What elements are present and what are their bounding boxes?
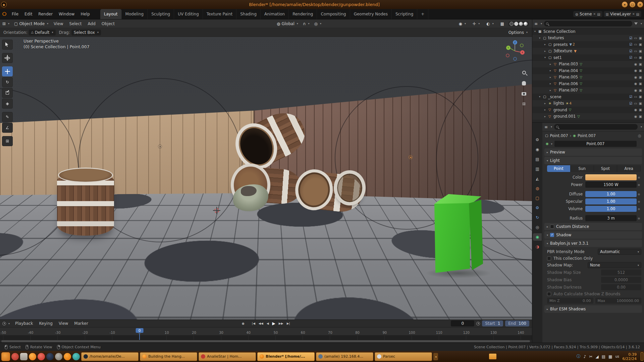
tool-button[interactable]: ◈: [2, 99, 13, 109]
workspace-tab[interactable]: Scripting: [392, 9, 417, 19]
gizmo-x-ball[interactable]: X: [520, 50, 525, 55]
properties-tab[interactable]: ▤: [533, 156, 542, 163]
tool-button[interactable]: [2, 53, 13, 63]
xray-toggle[interactable]: ▩: [498, 22, 506, 26]
visibility-dropdown[interactable]: ◉▾: [457, 22, 469, 26]
animate-dot[interactable]: ●: [637, 183, 641, 186]
camera-view-toggle[interactable]: [520, 90, 528, 98]
properties-tab[interactable]: ◑: [533, 243, 542, 250]
properties-search-input[interactable]: [554, 124, 638, 130]
scene-selector[interactable]: ◍ Scene ✕ ▤: [573, 11, 602, 17]
timeline-track[interactable]: [0, 336, 532, 340]
power-field[interactable]: 1500 W: [585, 182, 637, 188]
cut-tray-icon[interactable]: ✂: [589, 354, 592, 359]
blur-esm-section[interactable]: ▸Blur ESM Shadows: [544, 305, 642, 313]
outliner-row[interactable]: ▾ ▢ _scene ☑ ▭ ◉ ▣: [532, 94, 644, 100]
render-visibility-icon[interactable]: ▣: [639, 88, 642, 92]
shadow-section[interactable]: ▾ Shadow: [544, 231, 642, 239]
point-light-object[interactable]: [158, 144, 162, 148]
properties-tab[interactable]: ◭: [533, 175, 542, 182]
row-label[interactable]: 3dtexture: [553, 49, 572, 53]
launcher-icon[interactable]: [29, 353, 36, 360]
outliner-row[interactable]: ▸ ▢ 3dtexture ▼ ☑ ▭ ◉ ▣: [532, 48, 644, 55]
keyboard-layout-indicator[interactable]: us: [615, 355, 619, 358]
transport-button[interactable]: ◀◀: [257, 321, 265, 325]
workspace-tab[interactable]: Texture Paint: [203, 9, 236, 19]
launcher-icon[interactable]: [38, 353, 45, 360]
display-tray-icon[interactable]: ▤: [602, 354, 605, 359]
shade-button[interactable]: ▾: [622, 2, 628, 7]
playhead[interactable]: 0: [136, 328, 144, 333]
auto-keying-button[interactable]: ●: [240, 321, 246, 325]
preview-section[interactable]: ▸Preview: [544, 148, 642, 156]
transport-button[interactable]: ▶▶: [277, 321, 285, 325]
launcher-icon[interactable]: [64, 353, 71, 360]
tool-button[interactable]: ⊞: [2, 136, 13, 146]
checkbox-icon[interactable]: ☑: [629, 56, 632, 59]
breadcrumb-data[interactable]: Point.007: [578, 133, 596, 138]
timeline-menu-item[interactable]: Marker: [71, 321, 91, 326]
overlays-dropdown[interactable]: ◐▾: [484, 22, 496, 26]
viewlayer-remove-icon[interactable]: ✕: [632, 12, 635, 16]
menu-item[interactable]: File: [9, 12, 21, 16]
expand-caret[interactable]: ▸: [550, 76, 554, 79]
expand-caret[interactable]: ▸: [544, 50, 548, 53]
row-label[interactable]: presets: [553, 42, 568, 47]
folder-shortcut-icon[interactable]: [489, 354, 496, 359]
navigation-gizmo[interactable]: Z X Y: [504, 40, 526, 62]
network-tray-icon[interactable]: ▦: [608, 354, 612, 359]
options-dropdown[interactable]: Options ▾: [506, 30, 530, 35]
radius-field[interactable]: 3 m: [585, 215, 637, 221]
proportional-edit-toggle[interactable]: ◎▾: [312, 22, 324, 26]
tool-button[interactable]: [2, 40, 13, 50]
viewport-visibility-icon[interactable]: ▭: [634, 102, 637, 105]
workspace-tab[interactable]: Sculpting: [148, 9, 174, 19]
launcher-icon[interactable]: [11, 353, 19, 360]
expand-caret[interactable]: ▾: [539, 95, 543, 98]
light-type-button[interactable]: Point: [547, 165, 571, 172]
shadow-checkbox[interactable]: [550, 233, 554, 237]
new-viewlayer-icon[interactable]: ▤: [636, 12, 639, 16]
outliner-row[interactable]: ▸ ▢ presets ▼2 ☑ ▭ ◉ ▣: [532, 41, 644, 48]
properties-tab[interactable]: ▢: [533, 194, 542, 202]
current-frame-field[interactable]: 0: [451, 320, 474, 326]
window-button[interactable]: /home/amalie/De...: [81, 352, 139, 361]
checkbox-icon[interactable]: ☑: [629, 102, 632, 105]
tool-button[interactable]: ↻: [2, 77, 13, 87]
menu-item[interactable]: Window: [56, 12, 77, 16]
outliner-row[interactable]: ▾ ▢ set1 ☑ ▭ ◉ ▣: [532, 54, 644, 61]
start-frame-field[interactable]: Start 1: [482, 320, 503, 326]
custom-distance-checkbox[interactable]: [550, 225, 554, 229]
expand-caret[interactable]: ▾: [534, 30, 538, 33]
hide-icon[interactable]: ◉: [634, 75, 637, 79]
render-visibility-icon[interactable]: ▣: [639, 82, 642, 85]
transform-orientation-selector[interactable]: ◍ Global ▾: [274, 21, 301, 26]
barrel-standing[interactable]: [57, 173, 114, 236]
properties-tab[interactable]: ⚙: [533, 204, 542, 212]
music-tray-icon[interactable]: ♪: [584, 354, 586, 359]
outliner-row[interactable]: ▸ ▽ Plane.004 ▽ ☑ ▭ ◉ ▣: [532, 67, 644, 74]
outliner-row[interactable]: ▸ ▽ Plane.003 ▽ ☑ ▭ ◉ ▣: [532, 61, 644, 68]
workspace-tab[interactable]: +: [417, 9, 428, 19]
collection-only-checkbox[interactable]: [547, 256, 551, 260]
timeline-menu-item[interactable]: View: [56, 321, 71, 326]
expand-caret[interactable]: ▸: [544, 115, 548, 118]
babylon-section[interactable]: ▾Babylon.js ver 3.3.1: [544, 240, 642, 247]
shadow-map-dropdown[interactable]: None▾: [588, 262, 641, 268]
breadcrumb-object[interactable]: Point.007: [550, 133, 568, 138]
window-button[interactable]: Building the Hang...: [140, 352, 197, 361]
expand-caret[interactable]: ▸: [544, 108, 548, 111]
workspace-tab[interactable]: Animation: [261, 9, 289, 19]
clock[interactable]: 0:39 6/22/24: [623, 352, 637, 361]
shadow-darkness-field[interactable]: 0.00: [601, 284, 641, 290]
pan-tool[interactable]: [520, 79, 528, 87]
volume-tray-icon[interactable]: ◢: [596, 354, 599, 359]
outliner-row[interactable]: ▾ ▦ Scene Collection ☑ ▭ ◉ ▣: [532, 28, 644, 35]
outliner-row[interactable]: ▸ ▽ ground ▽ ☑ ▭ ◉ ▣: [532, 107, 644, 113]
tool-button[interactable]: [2, 88, 13, 98]
volume-slider[interactable]: 1.00: [585, 206, 637, 212]
snap-toggle[interactable]: ∩▾: [301, 22, 312, 26]
workspace-tab[interactable]: UV Editing: [174, 9, 203, 19]
auto-z-checkbox[interactable]: [547, 292, 551, 296]
outliner-editor-icon[interactable]: ≡: [534, 22, 538, 26]
